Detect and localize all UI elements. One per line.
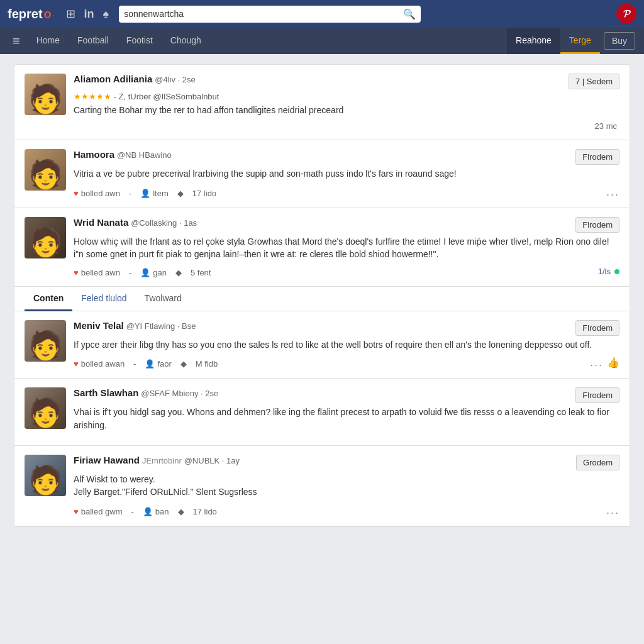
divider: - xyxy=(131,507,133,516)
user-icon: 👤 xyxy=(143,507,153,516)
post-body: Wrid Nanata @Collasking · 1as Flrodem Ho… xyxy=(74,217,619,278)
action-share[interactable]: M fidb xyxy=(196,359,218,369)
search-input[interactable] xyxy=(124,9,403,19)
post-username[interactable]: Firiaw Hawand xyxy=(74,455,140,465)
post-username[interactable]: Meniv Telal xyxy=(74,320,124,331)
avatar-image: 🧑 xyxy=(25,74,66,115)
heart-icon: ♥ xyxy=(74,507,79,516)
post-card: 🧑 Hamoora @NB HBawino Flrodem Vitria a v… xyxy=(14,140,630,208)
post-body: Meniv Telal @YI Ftlawing · Bse Flrodem I… xyxy=(74,320,619,369)
post-handle: @NUBLK · 1ay xyxy=(184,456,240,465)
action-follow[interactable]: 👤faor xyxy=(145,359,171,369)
follow-button[interactable]: Grodem xyxy=(576,455,619,470)
apple-icon[interactable]: ♠ xyxy=(103,8,109,21)
post-card: 🧑 Sarth Slawhan @SFAF Mbieny · 2se Flrod… xyxy=(14,379,630,446)
post-extra-actions: ... 👍 xyxy=(590,356,619,369)
follow-button[interactable]: Flrodem xyxy=(575,387,619,403)
search-button[interactable]: 🔍 xyxy=(403,8,416,20)
online-indicator xyxy=(614,269,619,274)
avatar-image: 🧑 xyxy=(25,217,66,258)
tabs-row: Conten Feled tlulod Twolward xyxy=(14,287,630,311)
follow-button[interactable]: 7 | Sedem xyxy=(569,74,619,89)
nav-item-home[interactable]: Home xyxy=(28,28,69,54)
tab-conten[interactable]: Conten xyxy=(25,287,72,311)
avatar-image: 🧑 xyxy=(25,149,66,191)
post-user-info: Firiaw Hawand JEmrtobinr @NUBLK · 1ay xyxy=(74,455,240,465)
post-header: Wrid Nanata @Collasking · 1as Flrodem xyxy=(74,217,619,233)
action-share[interactable]: 5 fent xyxy=(191,268,211,277)
follow-button[interactable]: Flrodem xyxy=(575,320,619,336)
post-card: 🧑 Aliamon Adiliania @4liv · 2se 7 | Sede… xyxy=(14,65,630,140)
action-like[interactable]: ♥bolled awn xyxy=(74,189,120,198)
action-share[interactable]: 17 lido xyxy=(192,189,216,198)
post-text: Alf Wiskt to to werey. Jelly Barget."Fif… xyxy=(74,473,619,499)
post-handle: @NB HBawino xyxy=(117,150,172,160)
action-share-label: M fidb xyxy=(196,359,218,369)
action-follow[interactable]: 👤ltem xyxy=(140,189,169,198)
post-username[interactable]: Sarth Slawhan xyxy=(74,387,138,398)
post-text-line1: Alf Wiskt to to werey. xyxy=(74,474,155,484)
tab-feled[interactable]: Feled tlulod xyxy=(72,287,135,311)
post-header: Sarth Slawhan @SFAF Mbieny · 2se Flrodem xyxy=(74,387,619,403)
avatar-image: 🧑 xyxy=(25,320,66,362)
nav-item-reahone[interactable]: Reahone xyxy=(507,28,560,54)
linkedin-icon[interactable]: in xyxy=(84,8,94,21)
post-actions-row: ♥bolled awn - 👤ltem ◆ 17 lido ... xyxy=(74,186,619,199)
logo[interactable]: fepreto. xyxy=(8,7,55,21)
follow-button[interactable]: Flrodem xyxy=(575,217,619,233)
post-handle-pre: JEmrtobinr xyxy=(142,456,182,465)
post-text-line2: Jelly Barget."Fiferd ORuLNicl." Slent Su… xyxy=(74,487,257,497)
action-share[interactable]: 17 lido xyxy=(193,507,217,516)
grid-icon[interactable]: ⊞ xyxy=(66,7,75,21)
action-like[interactable]: ♥balled gwm xyxy=(74,507,122,516)
post-actions: ♥belled awn - 👤gan ◆ 5 fent xyxy=(74,268,211,277)
hamburger-icon[interactable]: ≡ xyxy=(5,28,28,54)
nav-item-terge[interactable]: Terge xyxy=(560,28,600,54)
post-actions-row: ♥balled gwm - 👤ban ◆ 17 lido ... xyxy=(74,504,619,517)
follow-button[interactable]: Flrodem xyxy=(575,149,619,165)
pinterest-icon[interactable]: 𝓟 xyxy=(616,4,636,24)
logo-text: fepret xyxy=(8,7,43,21)
heart-icon: ♥ xyxy=(74,268,79,277)
action-like-label: belled awn xyxy=(81,268,120,277)
more-options-button[interactable]: ... xyxy=(590,356,603,369)
action-share-label: 17 lido xyxy=(193,507,217,516)
more-options-button[interactable]: ... xyxy=(606,504,619,517)
post-header: Firiaw Hawand JEmrtobinr @NUBLK · 1ay Gr… xyxy=(74,455,619,470)
post-text: Holow whiç will the frlant as to rel çok… xyxy=(74,235,619,261)
post-username[interactable]: Wrid Nanata xyxy=(74,217,128,228)
nav-item-footist[interactable]: Footist xyxy=(118,28,162,54)
post-status: 1/ls xyxy=(598,267,619,276)
post-username[interactable]: Aliamon Adiliania xyxy=(74,74,152,84)
post-count: 23 mc xyxy=(74,121,619,131)
post-actions-row: ♥bolled awan - 👤faor ◆ M fidb ... 👍 xyxy=(74,356,619,369)
action-follow[interactable]: 👤ban xyxy=(143,507,169,516)
nav-item-chough[interactable]: Chough xyxy=(162,28,210,54)
post-text: If ypce arer their libg tlny has so you … xyxy=(74,338,619,351)
post-meta: ★★★★★ - Z, tUrber @IlSeSombalnbut xyxy=(74,92,619,101)
right-icons: 𝓟 xyxy=(616,4,636,24)
post-actions-row: ♥belled awn - 👤gan ◆ 5 fent 1/ls xyxy=(74,265,619,277)
divider: ◆ xyxy=(177,189,184,198)
post-text: Carting the Bohar my tbe rer to had affo… xyxy=(74,104,619,116)
divider: - xyxy=(129,189,131,198)
post-handle: @SFAF Mbieny · 2se xyxy=(141,389,218,398)
nav-icon-group: ⊞ in ♠ xyxy=(66,7,109,21)
divider: - xyxy=(129,268,131,277)
action-like[interactable]: ♥bolled awan xyxy=(74,359,125,369)
nav-item-buy[interactable]: Buy xyxy=(604,32,635,50)
thumbs-up-icon[interactable]: 👍 xyxy=(607,357,619,369)
post-username[interactable]: Hamoora xyxy=(74,149,114,160)
logo-dot-accent: . xyxy=(53,11,55,18)
more-options-button[interactable]: ... xyxy=(606,186,619,199)
nav-item-football[interactable]: Football xyxy=(69,28,118,54)
action-like[interactable]: ♥belled awn xyxy=(74,268,120,277)
action-follow[interactable]: 👤gan xyxy=(140,268,167,277)
post-actions: ♥balled gwm - 👤ban ◆ 17 lido xyxy=(74,507,217,516)
post-stars: ★★★★★ xyxy=(74,92,111,101)
action-follow-label: ltem xyxy=(153,189,169,198)
action-follow-label: ban xyxy=(155,507,169,516)
action-follow-label: gan xyxy=(153,268,167,277)
tab-twolward[interactable]: Twolward xyxy=(136,287,191,311)
post-handle: @Collasking · 1as xyxy=(131,218,197,228)
